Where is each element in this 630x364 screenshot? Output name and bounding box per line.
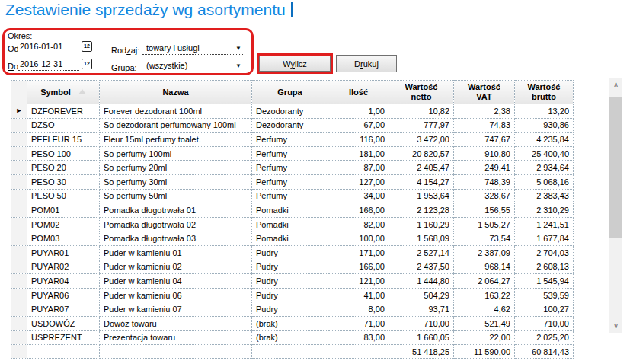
table-row[interactable]: PUYAR02Puder w kamieniu 02Pudry166,002 4… (11, 260, 574, 274)
cell-nazwa: Pomadka długotrwała 01 (100, 203, 252, 218)
cell-grupa: (brak) (252, 330, 328, 345)
cell-grupa: Dezodoranty (252, 104, 328, 119)
table-row[interactable]: DZSOSo dezodorant perfumowany 100mlDezod… (11, 118, 574, 133)
table-row[interactable]: POM02Pomadka długotrwała 02Pomadki82,001… (11, 217, 574, 231)
cell-grupa: (brak) (252, 316, 328, 330)
cell-vat: 2 387,09 (454, 245, 515, 260)
cell-ilosc: 71,00 (328, 316, 389, 330)
page-title: Zestawienie sprzedaży wg asortymentu (5, 1, 293, 19)
cell-symbol: POM01 (27, 203, 100, 218)
cell-vat: 163,22 (454, 288, 515, 302)
calendar-button-od[interactable]: 12 (82, 41, 92, 52)
table-row[interactable]: PUYAR04Puder w kamieniu 04Pudry121,001 4… (11, 274, 574, 289)
cell-ilosc: 87,00 (328, 161, 389, 175)
table-row[interactable]: PESO 50So perfumy 50mlPerfumy34,001 953,… (11, 189, 574, 203)
cell-grupa: Pudry (252, 245, 328, 260)
cell-brutto: 2 608,13 (515, 260, 574, 274)
od-date-input[interactable]: 2016-01-01 (18, 42, 79, 53)
column-header-nazwa[interactable]: Nazwa (100, 81, 252, 104)
cell-netto: 2 527,14 (389, 245, 454, 260)
cell-ilosc: 100,00 (328, 231, 389, 246)
report-window: Zestawienie sprzedaży wg asortymentu Okr… (0, 0, 630, 364)
rodzaj-dropdown[interactable]: towary i usługi▼ (142, 43, 243, 55)
cell-netto: 2 437,50 (389, 260, 454, 274)
cell-symbol: PUYAR02 (27, 260, 100, 274)
cell-symbol: PESO 50 (27, 189, 100, 203)
cell-ilosc: 166,00 (328, 203, 389, 218)
current-row-indicator[interactable]: ► (11, 104, 27, 119)
row-selector[interactable] (11, 316, 27, 330)
table-row[interactable]: PUYAR07Puder w kamieniu 07Pudry8,0093,71… (11, 302, 574, 317)
column-header-grupa[interactable]: Grupa (252, 81, 328, 104)
table-row[interactable]: PUYAR06Puder w kamieniu 06Pudry41,00504,… (11, 288, 574, 302)
cell-vat: 910,80 (454, 146, 515, 161)
cell-nazwa: So perfumy 100ml (100, 146, 252, 161)
table-row[interactable]: ►DZFOREVERForever dezodorant 100mlDezodo… (11, 104, 574, 119)
table-row[interactable]: USDOWÓZDowóz towaru(brak)71,00710,00521,… (11, 316, 574, 330)
do-date-input[interactable]: 2016-12-31 (18, 59, 79, 71)
scroll-up-icon[interactable]: ∧ (609, 78, 622, 91)
row-selector[interactable] (11, 174, 27, 189)
cell-ilosc: 34,00 (328, 189, 389, 203)
cell-symbol: POM03 (27, 231, 100, 246)
cell-vat: 748,39 (454, 174, 515, 189)
table-row[interactable]: PESO 100So perfumy 100mlPerfumy181,0020 … (11, 146, 574, 161)
row-selector[interactable] (11, 231, 27, 246)
cell-brutto: 2 383,43 (515, 189, 574, 203)
table-row[interactable]: PEFLEUR 15Fleur 15ml perfumy toalet.Perf… (11, 133, 574, 147)
row-selector[interactable] (11, 302, 27, 317)
row-selector[interactable] (11, 288, 27, 302)
row-selector[interactable] (11, 203, 27, 218)
column-header-netto[interactable]: Wartość netto (389, 81, 454, 104)
wylicz-button[interactable]: Wylicz (259, 56, 331, 72)
cell-ilosc: 121,00 (328, 274, 389, 289)
cell-netto: 93,71 (389, 302, 454, 317)
column-header-vat[interactable]: Wartość VAT (454, 81, 515, 104)
row-selector[interactable] (11, 217, 27, 231)
cell-nazwa: So perfumy 30ml (100, 174, 252, 189)
column-header-brutto[interactable]: Wartość brutto (515, 81, 574, 104)
header-row-selector (11, 81, 27, 104)
calendar-button-do[interactable]: 12 (82, 59, 92, 69)
cell-netto: 2 123,28 (389, 203, 454, 218)
row-selector[interactable] (11, 161, 27, 175)
cell-vat: 249,41 (454, 161, 515, 175)
table-row[interactable]: PUYAR01Puder w kamieniu 01Pudry171,002 5… (11, 245, 574, 260)
row-selector[interactable] (11, 189, 27, 203)
cell-ilosc: 171,00 (328, 245, 389, 260)
table-row[interactable]: PESO 30So perfumy 30mlPerfumy127,004 154… (11, 174, 574, 189)
cell-symbol: DZFOREVER (27, 104, 100, 119)
cell-grupa: Perfumy (252, 189, 328, 203)
cell-brutto: 25 400,40 (515, 146, 574, 161)
cell-brutto: 100,27 (515, 302, 574, 317)
cell-vat: 521,49 (454, 316, 515, 330)
row-selector[interactable] (11, 330, 27, 345)
cell-nazwa: Puder w kamieniu 07 (100, 302, 252, 317)
scroll-down-icon[interactable]: ∨ (609, 320, 622, 333)
table-row[interactable]: PESO 20So perfumy 20mlPerfumy87,002 405,… (11, 161, 574, 175)
row-selector[interactable] (11, 146, 27, 161)
cell-nazwa: Forever dezodorant 100ml (100, 104, 252, 119)
cell-vat: 4,62 (454, 302, 515, 317)
row-selector[interactable] (11, 118, 27, 133)
cell-grupa: Perfumy (252, 161, 328, 175)
cell-brutto: 2 704,03 (515, 245, 574, 260)
row-selector[interactable] (11, 245, 27, 260)
cell-grupa: Pudry (252, 260, 328, 274)
scrollbar-thumb[interactable] (609, 97, 622, 238)
table-row[interactable]: USPREZENTPrezentacja towaru(brak)83,001 … (11, 330, 574, 345)
row-selector[interactable] (11, 260, 27, 274)
table-row[interactable]: POM01Pomadka długotrwała 01Pomadki166,00… (11, 203, 574, 218)
row-selector[interactable] (11, 274, 27, 289)
cell-symbol: PESO 20 (27, 161, 100, 175)
table-row[interactable]: POM03Pomadka długotrwała 03Pomadki100,00… (11, 231, 574, 246)
cell-symbol: PESO 100 (27, 146, 100, 161)
cell-ilosc: 166,00 (328, 260, 389, 274)
grupa-dropdown[interactable]: (wszystkie)▼ (142, 61, 243, 72)
drukuj-button[interactable]: Drukuj (336, 55, 397, 72)
column-header-ilosc[interactable]: Ilość (328, 81, 389, 104)
vertical-scrollbar[interactable]: ∧ ∨ (609, 78, 622, 333)
column-header-symbol[interactable]: Symbol (27, 81, 100, 104)
total-brutto: 60 814,43 (515, 345, 574, 359)
row-selector[interactable] (11, 133, 27, 147)
